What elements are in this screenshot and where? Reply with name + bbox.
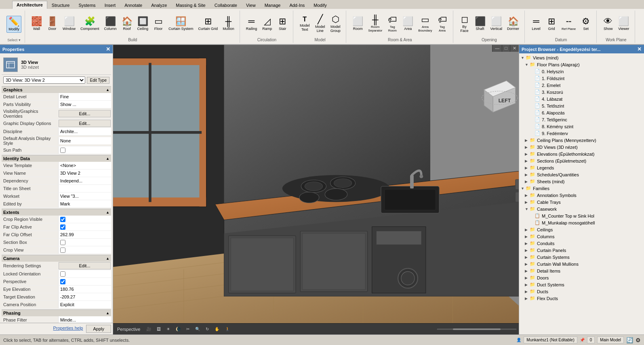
extents-section-header[interactable]: Extents ▲ (2, 209, 111, 216)
properties-help-link[interactable]: Properties help (51, 325, 84, 333)
locked-orientation-checkbox[interactable] (60, 271, 65, 277)
far-clip-active-checkbox[interactable] (60, 224, 65, 230)
tree-item-emelet[interactable]: 📄2. Emelet (520, 82, 643, 89)
tree-item-curtain-panels[interactable]: ▶📁Curtain Panels (520, 247, 643, 254)
tree-item-curtain-wall-mullions[interactable]: ▶📁Curtain Wall Mullions (520, 260, 643, 267)
tab-insert[interactable]: Insert (100, 1, 120, 9)
apply-button[interactable]: Apply (86, 325, 111, 333)
sun-path-checkbox[interactable] (60, 148, 65, 153)
tag-room-button[interactable]: 🏷TagRoom (385, 14, 400, 34)
vp-shadows-button[interactable]: 🌘 (174, 326, 183, 332)
railing-button[interactable]: ═Railing (244, 15, 259, 32)
tree-item-schedules[interactable]: ▶📁Schedules/Quantities (520, 171, 643, 178)
model-line-button[interactable]: ╱ModelLine (313, 13, 327, 34)
section-box-checkbox[interactable] (60, 240, 65, 245)
horizontal-scrollbar[interactable] (436, 328, 517, 330)
set-button[interactable]: ⚙Set (579, 15, 593, 32)
view-selector[interactable]: 3D View: 3D View 2 (3, 76, 85, 84)
tree-item-3d-views[interactable]: ▶📁3D Views (3D nézet) (520, 144, 643, 150)
curtain-system-button[interactable]: 🪟Curtain System (166, 15, 196, 32)
tree-item-kemeny[interactable]: 📄8. Kémény szint (520, 123, 643, 130)
tree-item-annotation-symbols[interactable]: ▶📁Annotation Symbols (520, 192, 643, 199)
tree-item-duct-systems[interactable]: ▶📁Duct Systems (520, 281, 643, 288)
show-button[interactable]: 👁Show (601, 15, 615, 32)
tab-analyze[interactable]: Analyze (147, 1, 171, 9)
tag-area-button[interactable]: 🏷TagArea (435, 14, 450, 34)
shaft-button[interactable]: ⬛Shaft (473, 15, 488, 32)
tree-item-sections[interactable]: ▶📁Sections (Épületmetszet) (520, 157, 643, 164)
phasing-section-header[interactable]: Phasing ▲ (2, 309, 111, 316)
view-dropdown[interactable]: 3D View: 3D View 2 (3, 76, 85, 84)
crop-region-checkbox[interactable] (60, 217, 65, 222)
tree-item-tetoszint[interactable]: 📄5. Tetőszint (520, 102, 643, 109)
tree-item-casework[interactable]: ▼📁Casework (520, 205, 643, 212)
tree-item-columns[interactable]: ▶📁Columns (520, 233, 643, 240)
tree-item-views[interactable]: ▼ 📁 Views (mind) (520, 54, 643, 61)
stair-button[interactable]: ⊞Stair (275, 15, 290, 32)
room-button[interactable]: ⬜Room (350, 15, 365, 32)
workset-label[interactable]: Munkarész1 (Not Editable) (524, 337, 577, 343)
door-button[interactable]: 🚪Door (45, 15, 60, 32)
ceiling-button[interactable]: 🔲Ceiling (135, 15, 151, 32)
column-button[interactable]: ⬛Column (102, 15, 119, 32)
tree-item-elevations[interactable]: ▶📁Elevations (Épülethomlokzat) (520, 150, 643, 157)
vp-crop-button[interactable]: ✂ (184, 326, 192, 332)
vp-sun-button[interactable]: ☀ (164, 326, 172, 332)
tree-item-flex-ducts[interactable]: ▶📁Flex Ducts (520, 295, 643, 302)
vp-view-options-button[interactable]: 🎥 (144, 326, 153, 332)
tab-annotate[interactable]: Annotate (120, 1, 147, 9)
floor-button[interactable]: ▭Floor (151, 15, 166, 32)
crop-view-checkbox[interactable] (60, 248, 65, 253)
room-separator-button[interactable]: ╫RoomSeparator (366, 14, 384, 34)
tree-item-families[interactable]: ▼📁Families (520, 185, 643, 192)
tab-architecture[interactable]: Architecture (12, 1, 47, 9)
tab-structure[interactable]: Structure (47, 1, 74, 9)
tab-systems[interactable]: Systems (74, 1, 100, 9)
tree-item-curtain-systems[interactable]: ▶📁Curtain Systems (520, 254, 643, 260)
perspective-checkbox[interactable] (60, 279, 65, 284)
grid-button[interactable]: ⊞Grid (544, 15, 559, 32)
component-button[interactable]: 🧩Component (78, 15, 101, 32)
tree-item-ceilings[interactable]: ▶📁Ceilings (520, 226, 643, 233)
ramp-button[interactable]: ◿Ramp (260, 15, 274, 32)
properties-close-button[interactable]: ✕ (106, 46, 110, 52)
vp-orbit-button[interactable]: ↻ (204, 326, 211, 332)
tree-item-conduits[interactable]: ▶📁Conduits (520, 240, 643, 247)
tab-manage[interactable]: Manage (260, 1, 285, 9)
identity-section-header[interactable]: Identity Data ▲ (2, 155, 111, 162)
vp-visual-style-button[interactable]: 🖼 (155, 326, 163, 332)
edit-type-button[interactable]: Edit Type (87, 77, 109, 84)
tab-modify[interactable]: Modify (309, 1, 331, 9)
tree-item-alapozas[interactable]: 📄6. Alapozás (520, 109, 643, 116)
tree-item-ceiling-plans[interactable]: ▶📁Ceiling Plans (Mennyezetterv) (520, 137, 643, 144)
wall-button[interactable]: 🧱Wall (29, 15, 44, 32)
vp-walkthrough-button[interactable]: 🚶 (223, 326, 232, 332)
tree-item-doors[interactable]: ▶📁Doors (520, 274, 643, 281)
camera-section-header[interactable]: Camera ▲ (2, 255, 111, 262)
tree-item-floor-plans[interactable]: ▼ 📁 Floor Plans (Alaprajz) (520, 61, 643, 68)
viewport-maximize-button[interactable]: □ (502, 45, 510, 52)
browser-close-button[interactable]: ✕ (637, 46, 642, 52)
tree-item-foldszint[interactable]: 📄1. Földszint (520, 75, 643, 82)
tab-view[interactable]: View (242, 1, 260, 9)
tab-addins[interactable]: Add-Ins (285, 1, 309, 9)
viewport-minimize-button[interactable]: — (492, 45, 502, 52)
tree-item-helyszin[interactable]: 📄0. Helyszín (520, 68, 643, 75)
tree-item-fedemterv[interactable]: 📄9. Fedémterv (520, 130, 643, 137)
level-button[interactable]: ═Level (529, 15, 543, 32)
modify-button[interactable]: ✏️ Modify (6, 16, 21, 33)
graphics-section-header[interactable]: Graphics ▲ (2, 86, 111, 93)
area-boundary-button[interactable]: ▭AreaBoundary (416, 14, 434, 34)
viewer-button[interactable]: ⬜Viewer (616, 15, 631, 32)
ref-plane-button[interactable]: ╌Ref Plane (560, 16, 578, 32)
roof-button[interactable]: 🏠Roof (120, 15, 135, 32)
vp-pan-button[interactable]: ✋ (213, 326, 221, 332)
by-face-button[interactable]: ◻ByFace (457, 13, 472, 34)
viewport-close-button[interactable]: ✕ (510, 45, 519, 52)
tree-item-cable-trays[interactable]: ▶📁Cable Trays (520, 199, 643, 205)
tree-item-koszoru[interactable]: 📄3. Koszorú (520, 89, 643, 95)
tree-item-sheets[interactable]: ▶📁Sheets (mind) (520, 178, 643, 185)
vp-zoom-button[interactable]: 🔍 (193, 326, 202, 332)
tab-collaborate[interactable]: Collaborate (210, 1, 242, 9)
browser-body[interactable]: ▼ 📁 Views (mind) ▼ 📁 Floor Plans (Alapra… (519, 53, 644, 334)
